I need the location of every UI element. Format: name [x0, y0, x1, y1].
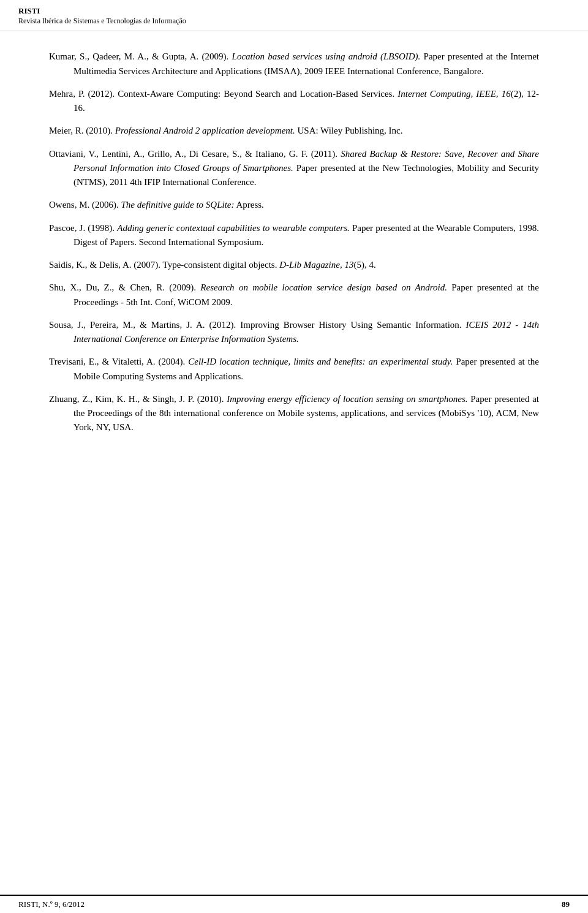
footer-journal-info: RISTI, N.º 9, 6/2012	[18, 900, 85, 909]
page-header: RISTI Revista Ibérica de Sistemas e Tecn…	[0, 0, 588, 31]
list-item: Zhuang, Z., Kim, K. H., & Singh, J. P. (…	[49, 392, 539, 435]
list-item: Shu, X., Du, Z., & Chen, R. (2009). Rese…	[49, 281, 539, 309]
list-item: Mehra, P. (2012). Context-Aware Computin…	[49, 87, 539, 116]
list-item: Trevisani, E., & Vitaletti, A. (2004). C…	[49, 355, 539, 384]
list-item: Saidis, K., & Delis, A. (2007). Type-con…	[49, 258, 539, 272]
list-item: Pascoe, J. (1998). Adding generic contex…	[49, 221, 539, 250]
page: RISTI Revista Ibérica de Sistemas e Tecn…	[0, 0, 588, 913]
list-item: Kumar, S., Qadeer, M. A., & Gupta, A. (2…	[49, 50, 539, 78]
page-number: 89	[562, 900, 570, 909]
page-footer: RISTI, N.º 9, 6/2012 89	[0, 895, 588, 913]
list-item: Owens, M. (2006). The definitive guide t…	[49, 198, 539, 212]
journal-title: RISTI	[18, 6, 570, 17]
references-section: Kumar, S., Qadeer, M. A., & Gupta, A. (2…	[0, 31, 588, 461]
journal-subtitle: Revista Ibérica de Sistemas e Tecnologia…	[18, 17, 570, 26]
list-item: Meier, R. (2010). Professional Android 2…	[49, 124, 539, 138]
list-item: Ottaviani, V., Lentini, A., Grillo, A., …	[49, 147, 539, 190]
list-item: Sousa, J., Pereira, M., & Martins, J. A.…	[49, 318, 539, 347]
